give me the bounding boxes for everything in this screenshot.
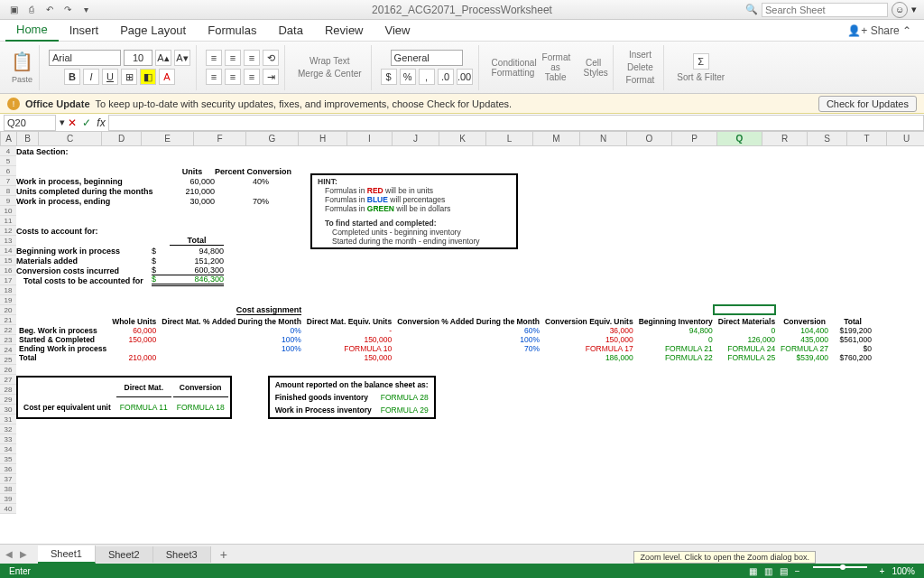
- row-header-17[interactable]: 17: [0, 275, 16, 285]
- row-header-23[interactable]: 23: [0, 335, 16, 345]
- col-header-Q[interactable]: Q: [717, 132, 762, 145]
- zoom-slider[interactable]: [813, 566, 867, 568]
- search-input[interactable]: [762, 3, 888, 17]
- insert-cells[interactable]: Insert: [625, 50, 655, 60]
- col-header-T[interactable]: T: [847, 132, 887, 145]
- tab-formulas[interactable]: Formulas: [197, 20, 267, 41]
- decrease-font-icon[interactable]: A▾: [174, 50, 190, 66]
- col-header-S[interactable]: S: [808, 132, 847, 145]
- dec-decimal-icon[interactable]: .00: [457, 69, 473, 85]
- col-header-C[interactable]: C: [39, 132, 102, 145]
- zoom-level[interactable]: 100%: [892, 566, 915, 576]
- row-header-27[interactable]: 27: [0, 375, 16, 385]
- qat-more-icon[interactable]: ▾: [79, 4, 92, 16]
- col-header-U[interactable]: U: [887, 132, 924, 145]
- col-header-B[interactable]: B: [17, 132, 39, 145]
- row-header-28[interactable]: 28: [0, 385, 16, 395]
- row-header-18[interactable]: 18: [0, 285, 16, 295]
- normal-view-icon[interactable]: ▦: [749, 566, 757, 576]
- bold-button[interactable]: B: [64, 69, 80, 85]
- percent-icon[interactable]: %: [400, 69, 416, 85]
- row-header-33[interactable]: 33: [0, 434, 16, 444]
- font-size-select[interactable]: 10: [124, 50, 152, 66]
- row-header-4[interactable]: 4: [0, 146, 16, 156]
- row-header-30[interactable]: 30: [0, 405, 16, 415]
- paste-icon[interactable]: 📋: [11, 51, 33, 72]
- enter-icon[interactable]: ✓: [79, 117, 94, 129]
- row-header-25[interactable]: 25: [0, 355, 16, 365]
- sheet-tab-1[interactable]: Sheet1: [38, 545, 96, 564]
- sort-filter[interactable]: Sort & Filter: [673, 72, 728, 82]
- align-right-icon[interactable]: ≡: [244, 69, 260, 85]
- increase-font-icon[interactable]: A▴: [155, 50, 171, 66]
- cancel-icon[interactable]: ✕: [65, 117, 79, 129]
- tab-view[interactable]: View: [374, 20, 421, 41]
- row-header-7[interactable]: 7: [0, 176, 16, 186]
- row-header-14[interactable]: 14: [0, 246, 16, 256]
- row-header-21[interactable]: 21: [0, 315, 16, 325]
- italic-button[interactable]: I: [83, 69, 99, 85]
- underline-button[interactable]: U: [102, 69, 118, 85]
- align-top-icon[interactable]: ≡: [206, 50, 222, 66]
- col-header-N[interactable]: N: [580, 132, 627, 145]
- row-header-10[interactable]: 10: [0, 206, 16, 216]
- cell-styles[interactable]: Cell Styles: [580, 58, 607, 78]
- font-name-select[interactable]: Arial: [49, 50, 121, 66]
- row-header-36[interactable]: 36: [0, 464, 16, 474]
- merge-center-button[interactable]: Merge & Center: [294, 69, 365, 79]
- inc-decimal-icon[interactable]: .0: [438, 69, 454, 85]
- row-header-35[interactable]: 35: [0, 454, 16, 464]
- col-header-G[interactable]: G: [246, 132, 299, 145]
- orientation-icon[interactable]: ⟲: [263, 50, 279, 66]
- row-header-37[interactable]: 37: [0, 474, 16, 484]
- currency-icon[interactable]: $: [381, 69, 397, 85]
- col-header-R[interactable]: R: [762, 132, 808, 145]
- formula-input[interactable]: [108, 115, 924, 131]
- prev-sheet-icon[interactable]: ◀: [5, 549, 18, 559]
- share-button[interactable]: 👤+ Share ⌃: [847, 24, 919, 37]
- add-sheet-button[interactable]: +: [211, 547, 236, 562]
- col-header-P[interactable]: P: [672, 132, 717, 145]
- row-header-26[interactable]: 26: [0, 365, 16, 375]
- col-header-K[interactable]: K: [439, 132, 486, 145]
- save-icon[interactable]: ▣: [7, 4, 20, 16]
- page-break-icon[interactable]: ▤: [780, 566, 788, 576]
- row-header-11[interactable]: 11: [0, 216, 16, 226]
- font-color-button[interactable]: A: [159, 69, 175, 85]
- number-format-select[interactable]: General: [391, 50, 463, 66]
- format-as-table[interactable]: Format as Table: [539, 52, 573, 82]
- row-header-32[interactable]: 32: [0, 424, 16, 434]
- col-header-J[interactable]: J: [393, 132, 439, 145]
- autosum-icon[interactable]: Σ: [693, 53, 709, 70]
- selected-cell[interactable]: [713, 304, 776, 315]
- page-layout-icon[interactable]: ▥: [764, 566, 772, 576]
- row-header-13[interactable]: 13: [0, 236, 16, 246]
- col-header-I[interactable]: I: [347, 132, 393, 145]
- align-center-icon[interactable]: ≡: [225, 69, 241, 85]
- tab-page-layout[interactable]: Page Layout: [109, 20, 197, 41]
- row-header-16[interactable]: 16: [0, 266, 16, 275]
- row-header-19[interactable]: 19: [0, 295, 16, 305]
- name-box[interactable]: Q20: [4, 115, 56, 131]
- feedback-icon[interactable]: ☺: [892, 2, 908, 18]
- col-header-E[interactable]: E: [142, 132, 194, 145]
- print-icon[interactable]: ⎙: [25, 4, 38, 16]
- sheet-tab-3[interactable]: Sheet3: [153, 546, 211, 563]
- fx-icon[interactable]: fx: [94, 117, 108, 129]
- row-header-29[interactable]: 29: [0, 395, 16, 405]
- row-header-31[interactable]: 31: [0, 415, 16, 424]
- row-header-6[interactable]: 6: [0, 166, 16, 176]
- check-updates-button[interactable]: Check for Updates: [818, 96, 917, 112]
- dropdown-icon[interactable]: ▾: [911, 4, 917, 15]
- col-header-L[interactable]: L: [486, 132, 533, 145]
- next-sheet-icon[interactable]: ▶: [20, 549, 32, 559]
- format-cells[interactable]: Format: [623, 75, 659, 85]
- row-header-22[interactable]: 22: [0, 325, 16, 335]
- tab-review[interactable]: Review: [314, 20, 374, 41]
- tab-data[interactable]: Data: [267, 20, 313, 41]
- align-mid-icon[interactable]: ≡: [225, 50, 241, 66]
- row-header-38[interactable]: 38: [0, 484, 16, 494]
- zoom-out-icon[interactable]: −: [795, 566, 800, 576]
- row-header-15[interactable]: 15: [0, 256, 16, 266]
- row-header-8[interactable]: 8: [0, 186, 16, 196]
